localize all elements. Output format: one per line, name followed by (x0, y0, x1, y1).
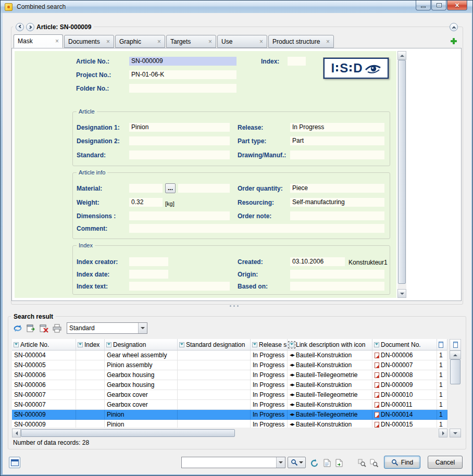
column-header-article_no[interactable]: Article No. (12, 339, 76, 350)
column-header-index[interactable]: Index (76, 339, 105, 350)
tab-close-icon[interactable] (326, 39, 330, 44)
mask-window-button[interactable] (9, 457, 20, 468)
tab-mask[interactable]: Mask (14, 34, 63, 48)
scroll-thumb[interactable] (398, 60, 406, 284)
based-on-field[interactable] (290, 282, 384, 291)
form-scrollbar[interactable] (397, 51, 406, 298)
standard-field[interactable] (129, 151, 230, 159)
minimize-icon (421, 6, 426, 8)
table-row[interactable]: SN-000005Pinion assemblyIn ProgressBaute… (12, 360, 447, 370)
origin-field[interactable] (290, 270, 384, 279)
find-in-list-button[interactable] (368, 457, 380, 469)
release-field[interactable]: In Progress (290, 123, 384, 132)
created-by: Konstrukteur1 (348, 259, 388, 267)
created-field[interactable]: 03.10.2006 (290, 257, 345, 266)
column-header-designation[interactable]: Designation (105, 339, 178, 350)
splitter-handle[interactable] (230, 305, 239, 307)
drawing-manuf-field[interactable] (290, 151, 384, 159)
scroll-down-icon[interactable] (450, 429, 461, 437)
column-header-label: Link description with icon (296, 341, 365, 348)
refresh-results-button[interactable] (12, 322, 23, 334)
add-tab-button[interactable] (449, 36, 458, 46)
chevron-down-icon[interactable] (138, 323, 147, 333)
cancel-button[interactable]: Cancel (428, 456, 463, 469)
column-header-release[interactable]: Release s (251, 339, 288, 350)
release-label: Release: (238, 124, 263, 132)
dimensions-field[interactable] (129, 211, 230, 220)
tab-close-icon[interactable] (106, 39, 110, 44)
index-creator-field[interactable] (129, 257, 168, 266)
hscroll-thumb[interactable] (21, 429, 235, 437)
result-profile-combo[interactable]: Standard (67, 322, 147, 334)
cell-standard_designation (178, 380, 251, 390)
tab-close-icon[interactable] (259, 39, 263, 44)
nav-forward-button[interactable] (26, 23, 34, 31)
column-header-document_no[interactable]: Document No. (372, 339, 437, 350)
column-header-extra[interactable] (450, 339, 461, 350)
minimize-button[interactable] (416, 1, 431, 10)
column-header-link[interactable]: Link description with icon (288, 339, 372, 350)
column-header-sheet[interactable] (437, 339, 447, 350)
tab-close-icon[interactable] (55, 39, 59, 44)
tab-graphic[interactable]: Graphic (115, 35, 165, 48)
print-results-button[interactable] (51, 322, 63, 334)
saved-search-combo[interactable] (181, 457, 285, 468)
tab-label: Mask (18, 37, 52, 45)
material-browse-button[interactable]: ... (165, 183, 176, 193)
clear-results-button[interactable] (38, 322, 49, 334)
part-type-field[interactable]: Part (290, 136, 384, 145)
table-row[interactable]: SN-000009PinionIn ProgressBauteil-Teileg… (12, 410, 447, 420)
order-note-field[interactable] (290, 211, 384, 220)
table-row[interactable]: SN-000004Gear wheel assemblyIn ProgressB… (12, 350, 447, 360)
project-no-field[interactable]: PN-01-06-K (129, 70, 236, 79)
cell-index (76, 360, 105, 370)
folder-no-field[interactable] (129, 84, 236, 93)
export-results-button[interactable] (25, 322, 36, 334)
tab-close-icon[interactable] (208, 39, 212, 44)
table-row[interactable]: SN-000006Gearbox housingIn ProgressBaute… (12, 380, 447, 390)
search-options-button[interactable] (288, 457, 306, 468)
material-field[interactable] (129, 184, 163, 193)
column-header-standard_designation[interactable]: Standard designation (178, 339, 251, 350)
find-in-mask-button[interactable] (356, 457, 368, 469)
scroll-right-icon[interactable] (439, 429, 447, 437)
tab-use[interactable]: Use (217, 35, 267, 48)
result-vscrollbar[interactable] (450, 350, 461, 437)
chevron-down-icon[interactable] (276, 457, 285, 468)
resourcing-field[interactable]: Self-manufacturing (290, 198, 384, 207)
refresh-search-button[interactable] (308, 457, 320, 469)
order-quantity-field[interactable]: Piece (290, 184, 384, 193)
scroll-up-icon[interactable] (450, 350, 461, 359)
designation1-field[interactable]: Pinion (129, 123, 230, 132)
new-entry-button[interactable] (321, 457, 333, 469)
scroll-left-icon[interactable] (12, 429, 21, 437)
tab-close-icon[interactable] (157, 39, 161, 44)
table-row[interactable]: SN-000007Gearbox coverIn ProgressBauteil… (12, 400, 447, 410)
scroll-up-icon[interactable] (397, 51, 406, 60)
material2-field[interactable] (178, 184, 230, 193)
table-row[interactable]: SN-000007Gearbox coverIn ProgressBauteil… (12, 390, 447, 400)
result-hscrollbar[interactable] (12, 429, 447, 437)
index-field[interactable] (288, 57, 306, 66)
weight-field[interactable]: 0.32 (129, 198, 163, 207)
titlebar[interactable]: Combined search (1, 1, 472, 13)
cell-link: Bauteil-Konstruktion (288, 420, 372, 428)
copy-entry-button[interactable] (333, 457, 345, 469)
table-row[interactable]: SN-000009PinionIn ProgressBauteil-Konstr… (12, 420, 447, 428)
article-no-field[interactable]: SN-000009 (129, 57, 236, 66)
nav-back-button[interactable] (16, 23, 24, 31)
collapse-button[interactable] (450, 23, 458, 31)
find-button[interactable]: Find (384, 456, 420, 469)
scroll-down-icon[interactable] (397, 289, 406, 298)
designation2-field[interactable] (129, 136, 230, 145)
index-text-field[interactable] (129, 282, 230, 291)
table-row[interactable]: SN-000006Gearbox housingIn ProgressBaute… (12, 370, 447, 380)
maximize-button[interactable] (431, 1, 446, 10)
vscroll-thumb[interactable] (450, 359, 460, 384)
index-date-field[interactable] (129, 270, 168, 279)
tab-targets[interactable]: Targets (166, 35, 216, 48)
comment-field[interactable] (129, 224, 384, 233)
tab-product-structure[interactable]: Product structure (268, 35, 334, 48)
close-button[interactable] (447, 1, 467, 10)
tab-documents[interactable]: Documents (64, 35, 114, 48)
